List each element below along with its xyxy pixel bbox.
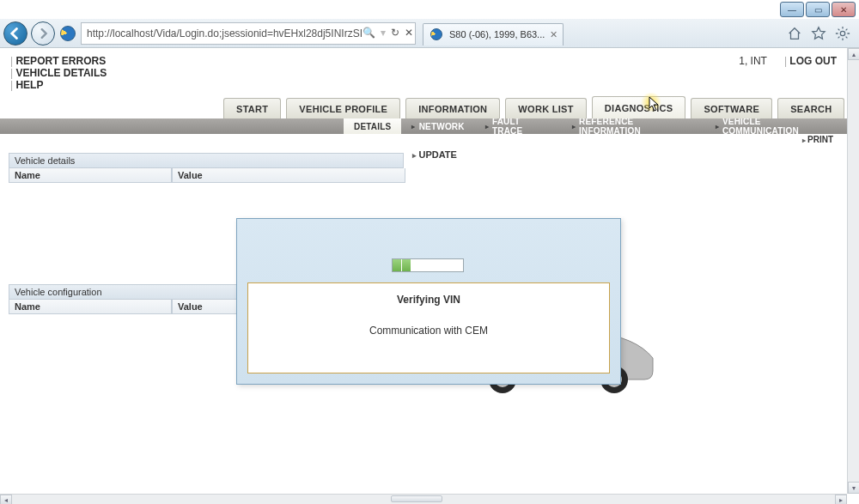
home-icon[interactable] — [787, 26, 802, 41]
url-input[interactable] — [85, 27, 391, 40]
scroll-track[interactable] — [12, 495, 835, 504]
link-help[interactable]: HELP — [10, 79, 107, 91]
tab-close-icon[interactable]: ✕ — [550, 29, 557, 40]
sub-tabs: DETAILS NETWORK FAULT TRACE REFERENCE IN… — [0, 118, 847, 134]
col-value: Value — [172, 168, 405, 183]
update-link[interactable]: UPDATE — [412, 149, 457, 160]
user-label: 1, INT — [739, 55, 767, 67]
browser-toolbar: 🔍 ▾ S80 (-06), 1999, B63... ✕ — [0, 19, 859, 48]
col-name: Name — [9, 168, 172, 183]
header-row: REPORT ERRORS VEHICLE DETAILS HELP 1, IN… — [0, 48, 847, 91]
scroll-thumb[interactable] — [391, 495, 442, 502]
window-close-button[interactable]: ✕ — [832, 2, 856, 17]
subtab-reference-information[interactable]: REFERENCE INFORMATION — [562, 117, 705, 136]
subtab-details[interactable]: DETAILS — [344, 118, 401, 134]
vehicle-details-header: Name Value — [9, 168, 405, 183]
browser-tool-icons — [787, 26, 856, 41]
tab-vehicle-profile[interactable]: VEHICLE PROFILE — [286, 98, 400, 118]
window-controls: — ▭ ✕ — [780, 2, 856, 17]
nav-back-button[interactable] — [3, 21, 27, 46]
horizontal-scrollbar[interactable]: ◂ ▸ — [0, 494, 847, 504]
tab-diagnostics[interactable]: DIAGNOSTICS — [592, 96, 686, 118]
header-right: 1, INT LOG OUT — [739, 55, 837, 67]
window-minimize-button[interactable]: — — [780, 2, 804, 17]
scroll-left-button[interactable]: ◂ — [0, 495, 12, 504]
col-name: Name — [9, 300, 172, 314]
ie-logo-icon — [60, 26, 76, 41]
primary-tabs: START VEHICLE PROFILE INFORMATION WORK L… — [0, 96, 847, 118]
print-link[interactable]: PRINT — [802, 135, 833, 148]
progress-bar — [392, 258, 464, 272]
window-maximize-button[interactable]: ▭ — [806, 2, 830, 17]
settings-icon[interactable] — [835, 26, 850, 41]
tab-work-list[interactable]: WORK LIST — [505, 98, 586, 118]
subtab-network[interactable]: NETWORK — [401, 122, 474, 131]
vehicle-details-title: Vehicle details — [9, 153, 404, 168]
header-links: REPORT ERRORS VEHICLE DETAILS HELP — [10, 55, 107, 91]
address-bar[interactable]: 🔍 ▾ — [81, 22, 416, 45]
subtab-fault-trace[interactable]: FAULT TRACE — [475, 117, 562, 136]
search-icon[interactable]: 🔍 — [362, 27, 375, 39]
verifying-vin-dialog: Verifying VIN Communication with CEM — [236, 218, 621, 385]
favorites-icon[interactable] — [811, 26, 826, 41]
tab-software[interactable]: SOFTWARE — [691, 98, 772, 118]
scroll-down-button[interactable]: ▾ — [848, 482, 859, 494]
tab-search[interactable]: SEARCH — [777, 98, 844, 118]
dialog-body: Verifying VIN Communication with CEM — [247, 282, 610, 373]
link-report-errors[interactable]: REPORT ERRORS — [10, 55, 107, 67]
scroll-right-button[interactable]: ▸ — [835, 495, 847, 504]
tab-favicon-icon — [430, 28, 442, 40]
subtab-vehicle-communication[interactable]: VEHICLE COMMUNICATION — [705, 117, 847, 136]
browser-tab-title: S80 (-06), 1999, B63... — [449, 29, 545, 39]
vertical-scrollbar[interactable]: ▴ ▾ — [847, 48, 859, 494]
dialog-title: Verifying VIN — [397, 294, 460, 306]
dialog-message: Communication with CEM — [369, 325, 488, 337]
reload-icon[interactable] — [391, 27, 399, 39]
logout-link[interactable]: LOG OUT — [784, 55, 837, 67]
print-row: PRINT — [0, 134, 847, 148]
tab-information[interactable]: INFORMATION — [405, 98, 500, 118]
stop-icon[interactable] — [405, 27, 413, 39]
tab-start[interactable]: START — [223, 98, 281, 118]
scroll-up-button[interactable]: ▴ — [848, 48, 859, 60]
browser-tab[interactable]: S80 (-06), 1999, B63... ✕ — [423, 23, 564, 46]
page-body: REPORT ERRORS VEHICLE DETAILS HELP 1, IN… — [0, 48, 847, 494]
browser-tab-strip: S80 (-06), 1999, B63... ✕ — [423, 21, 564, 46]
nav-forward-button[interactable] — [31, 21, 55, 46]
svg-point-0 — [840, 31, 844, 35]
link-vehicle-details[interactable]: VEHICLE DETAILS — [10, 67, 107, 79]
